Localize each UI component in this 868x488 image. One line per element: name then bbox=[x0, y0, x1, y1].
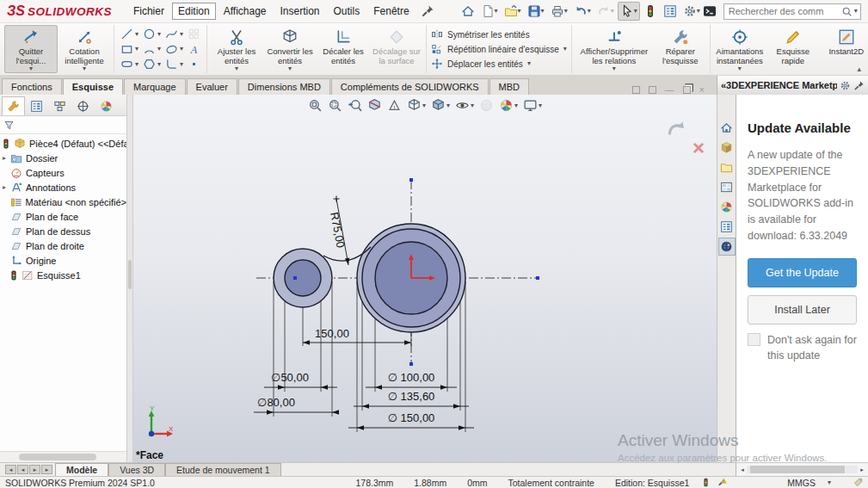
hud-display-style-button[interactable]: ▾ bbox=[430, 97, 451, 114]
hud-apply-scene-button[interactable]: ▾ bbox=[498, 97, 519, 114]
tree-horizontal-scrollbar[interactable] bbox=[0, 451, 126, 462]
hud-previous-view-button[interactable] bbox=[347, 97, 363, 114]
panel-horizontal-scrollbar[interactable]: ◂ ▸ bbox=[736, 463, 868, 476]
tab-dimensions-mbd[interactable]: Dimensions MBD bbox=[238, 78, 330, 95]
tree-filter[interactable] bbox=[0, 116, 126, 134]
scroll-right-icon[interactable]: ▸ bbox=[858, 466, 866, 473]
pin-icon[interactable] bbox=[421, 4, 434, 18]
hud-view-settings-button[interactable]: ▾ bbox=[522, 97, 543, 114]
doc-restore-icon[interactable] bbox=[683, 86, 691, 94]
menu-insertion[interactable]: Insertion bbox=[274, 3, 326, 20]
search-input[interactable] bbox=[727, 5, 840, 17]
sketch-tool-spline[interactable]: ▾ bbox=[163, 28, 185, 40]
taskpane-appearances[interactable] bbox=[718, 198, 736, 216]
hud-annotation-views-button[interactable] bbox=[386, 97, 403, 114]
tab-last-icon[interactable]: ▸ bbox=[41, 465, 52, 474]
tree-item-esquisse1[interactable]: Esquisse1 bbox=[0, 268, 126, 282]
tree-item-capteurs[interactable]: Capteurs bbox=[0, 165, 126, 180]
ribbon-surface-offset-button[interactable]: Décalage sur la surface bbox=[370, 25, 423, 73]
tab-mbd[interactable]: MBD bbox=[489, 78, 529, 95]
sketch-tool-slot[interactable]: ▾ bbox=[119, 58, 140, 71]
tab-marquage[interactable]: Marquage bbox=[124, 78, 186, 95]
graphics-viewport[interactable]: ▾▾▾▾▾ × 150,00∅50,00∅80,00∅ 100,00∅ 135,… bbox=[133, 95, 717, 462]
tab-prev-icon[interactable]: ◂ bbox=[17, 465, 28, 474]
tab-fonctions[interactable]: Fonctions bbox=[2, 78, 62, 95]
units-selector[interactable]: MMGS ▾ bbox=[787, 478, 831, 488]
tree-item-dossier[interactable]: ▸Dossier bbox=[0, 151, 126, 165]
tree-item-plan-de-droite[interactable]: Plan de droite bbox=[0, 238, 126, 253]
magnifier-icon[interactable] bbox=[841, 6, 853, 17]
tab-config[interactable] bbox=[48, 96, 71, 115]
tab-feature[interactable] bbox=[2, 96, 25, 115]
menu-outils[interactable]: Outils bbox=[328, 3, 366, 20]
taskpane-home-strip[interactable] bbox=[718, 119, 736, 137]
sketch-drawing[interactable]: 150,00∅50,00∅80,00∅ 100,00∅ 135,60∅ 150,… bbox=[133, 95, 717, 462]
redo-button[interactable]: ▾ bbox=[594, 2, 617, 21]
ribbon-exit-sketch-button[interactable]: Quitter l'esqui...▾ bbox=[4, 25, 58, 73]
ribbon-show-relations-button[interactable]: Afficher/Supprimer les relations▾ bbox=[575, 25, 654, 73]
open-button[interactable]: ▾ bbox=[502, 2, 524, 21]
sketch-tool-polygon[interactable]: ▾ bbox=[141, 58, 163, 71]
tab-compl-ments-de-solidworks[interactable]: Compléments de SOLIDWORKS bbox=[331, 78, 489, 95]
sketch-tool-circle[interactable]: ▾ bbox=[141, 28, 163, 40]
taskpane-file-explorer[interactable] bbox=[718, 158, 736, 176]
pin-icon[interactable] bbox=[853, 80, 865, 91]
home-button[interactable] bbox=[459, 2, 477, 21]
tab-display[interactable] bbox=[95, 96, 118, 115]
hud-zoom-fit-button[interactable] bbox=[307, 97, 323, 114]
sketch-tool-sketch-text[interactable]: A bbox=[186, 43, 202, 56]
sketch-tool-line[interactable]: ▾ bbox=[119, 28, 140, 40]
scroll-left-icon[interactable]: ◂ bbox=[738, 466, 747, 473]
sketch-tool-fillet[interactable]: ▾ bbox=[163, 58, 185, 71]
undo-button[interactable]: ▾ bbox=[571, 2, 594, 21]
exit-corner-icon[interactable] bbox=[667, 119, 686, 138]
tab-dimxpert[interactable] bbox=[71, 96, 95, 115]
tab-esquisse[interactable]: Esquisse bbox=[63, 78, 123, 95]
ribbon-trim-button[interactable]: Ajuster les entités▾ bbox=[210, 25, 263, 73]
tab-property[interactable] bbox=[25, 96, 48, 115]
gear-icon[interactable] bbox=[840, 80, 851, 91]
ribbon-linear-pattern-button[interactable]: Répétition linéaire d'esquisse▾ bbox=[431, 43, 567, 55]
doc-close-icon[interactable]: × bbox=[699, 84, 705, 95]
cancel-sketch-icon[interactable]: × bbox=[693, 138, 705, 158]
taskpane-design-library[interactable] bbox=[718, 139, 736, 157]
gear-button[interactable]: ▾ bbox=[680, 2, 703, 21]
save-button[interactable]: ▾ bbox=[525, 2, 547, 21]
tree-item-origine[interactable]: Origine bbox=[0, 253, 126, 268]
hud-section-view-button[interactable] bbox=[366, 97, 383, 114]
doc-cascade-icon[interactable] bbox=[649, 86, 656, 94]
sketch-tool-point[interactable] bbox=[186, 58, 202, 71]
hud-zoom-area-button[interactable] bbox=[327, 97, 343, 114]
tree-item-plan-de-face[interactable]: Plan de face bbox=[0, 209, 126, 224]
dont-ask-checkbox[interactable] bbox=[748, 333, 760, 346]
tree-item-annotations[interactable]: ▸Annotations bbox=[0, 180, 126, 195]
sketch-tool-ellipse[interactable]: ▾ bbox=[163, 43, 185, 56]
ribbon-collapse-icon[interactable]: ▴ bbox=[857, 65, 861, 73]
hud-view-orientation-button[interactable]: ▾ bbox=[406, 97, 427, 114]
ribbon-move-button[interactable]: Déplacer les entités▾ bbox=[431, 58, 567, 70]
ribbon-convert-button[interactable]: Convertir les entités▾ bbox=[263, 25, 317, 73]
terminal-icon[interactable] bbox=[703, 4, 717, 18]
doc-tile-icon[interactable] bbox=[632, 86, 640, 94]
menu-fichier[interactable]: Fichier bbox=[127, 3, 170, 20]
panel-splitter[interactable] bbox=[127, 95, 133, 462]
tree-item-mat-riau-non-sp-cifi-[interactable]: Matériau <non spécifié> bbox=[0, 195, 126, 209]
new-document-button[interactable]: ▾ bbox=[478, 2, 501, 21]
model-tab-vues-3d[interactable]: Vues 3D bbox=[108, 463, 165, 476]
model-tab-etude-de-mouvement-1[interactable]: Etude de mouvement 1 bbox=[165, 463, 281, 476]
tree-item-pi-ce4-d-faut-d-faut-e[interactable]: Pièce4 (Défaut) <<Défaut>_E bbox=[0, 136, 126, 151]
model-tab-mod-le[interactable]: Modèle bbox=[55, 463, 108, 476]
ribbon-snaps-button[interactable]: Aimantations instantanées▾ bbox=[713, 25, 766, 73]
sketch-tool-pattern[interactable] bbox=[186, 28, 202, 40]
menu-fenêtre[interactable]: Fenêtre bbox=[367, 3, 415, 20]
search-caret-icon[interactable]: ▾ bbox=[854, 8, 858, 15]
taskpane-view-palette[interactable] bbox=[718, 178, 736, 196]
rebuild-button[interactable] bbox=[641, 2, 660, 21]
install-later-button[interactable]: Install Later bbox=[748, 295, 857, 324]
tab-first-icon[interactable]: ◂ bbox=[5, 465, 16, 474]
options-list-button[interactable] bbox=[661, 2, 680, 21]
ribbon-mirror-button[interactable]: Symétriser les entités bbox=[431, 28, 567, 40]
taskpane-custom-properties[interactable] bbox=[718, 218, 736, 236]
taskpane-marketplace[interactable] bbox=[718, 238, 736, 256]
menu-affichage[interactable]: Affichage bbox=[218, 3, 273, 20]
